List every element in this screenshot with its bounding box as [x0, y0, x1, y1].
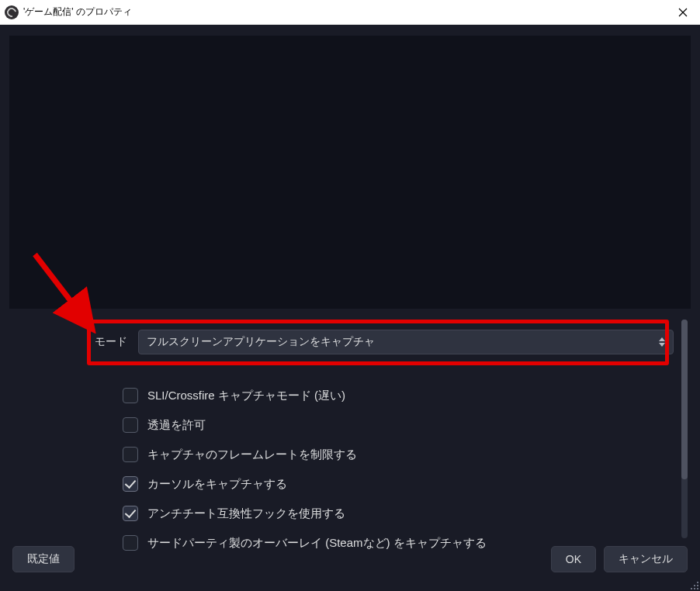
scrollbar-thumb[interactable]	[681, 320, 688, 479]
titlebar: 'ゲーム配信' のプロパティ	[0, 0, 700, 25]
checkbox-icon	[123, 417, 138, 433]
dialog-content: モード フルスクリーンアプリケーションをキャプチャ SLI/Crossfire …	[0, 25, 700, 591]
checkbox-icon	[123, 388, 138, 403]
resize-grip-icon[interactable]	[688, 579, 698, 589]
close-button[interactable]	[666, 0, 700, 25]
checkbox-icon	[123, 506, 138, 521]
checkbox-label: SLI/Crossfire キャプチャモード (遅い)	[147, 389, 345, 403]
properties-dialog: 'ゲーム配信' のプロパティ モード フルスクリーンアプリケーションをキャプチャ	[0, 0, 700, 591]
defaults-button[interactable]: 既定値	[12, 546, 75, 572]
dropdown-spinner-icon	[656, 334, 668, 350]
checkbox-label: 透過を許可	[147, 418, 206, 433]
checkbox-list: SLI/Crossfire キャプチャモード (遅い) 透過を許可 キャプチャの…	[123, 388, 487, 551]
mode-select[interactable]: フルスクリーンアプリケーションをキャプチャ	[138, 330, 674, 354]
window-title: 'ゲーム配信' のプロパティ	[23, 5, 132, 19]
checkbox-limit-framerate[interactable]: キャプチャのフレームレートを制限する	[123, 447, 487, 462]
mode-label: モード	[92, 335, 138, 349]
mode-row: モード フルスクリーンアプリケーションをキャプチャ	[92, 325, 677, 359]
cancel-button[interactable]: キャンセル	[604, 546, 688, 572]
ok-button[interactable]: OK	[551, 546, 596, 572]
preview-area	[9, 36, 691, 309]
checkbox-label: キャプチャのフレームレートを制限する	[147, 448, 357, 462]
dialog-footer: 既定値 OK キャンセル	[0, 538, 700, 591]
checkbox-label: カーソルをキャプチャする	[147, 477, 287, 492]
checkbox-sli-crossfire[interactable]: SLI/Crossfire キャプチャモード (遅い)	[123, 388, 487, 403]
close-icon	[678, 8, 688, 17]
checkbox-icon	[123, 476, 138, 492]
checkbox-label: アンチチート互換性フックを使用する	[147, 506, 345, 521]
checkbox-icon	[123, 447, 138, 462]
checkbox-anticheat-hook[interactable]: アンチチート互換性フックを使用する	[123, 506, 487, 521]
mode-select-value: フルスクリーンアプリケーションをキャプチャ	[147, 335, 375, 349]
checkbox-capture-cursor[interactable]: カーソルをキャプチャする	[123, 476, 487, 492]
checkbox-allow-transparency[interactable]: 透過を許可	[123, 417, 487, 433]
obs-logo-icon	[5, 5, 19, 19]
